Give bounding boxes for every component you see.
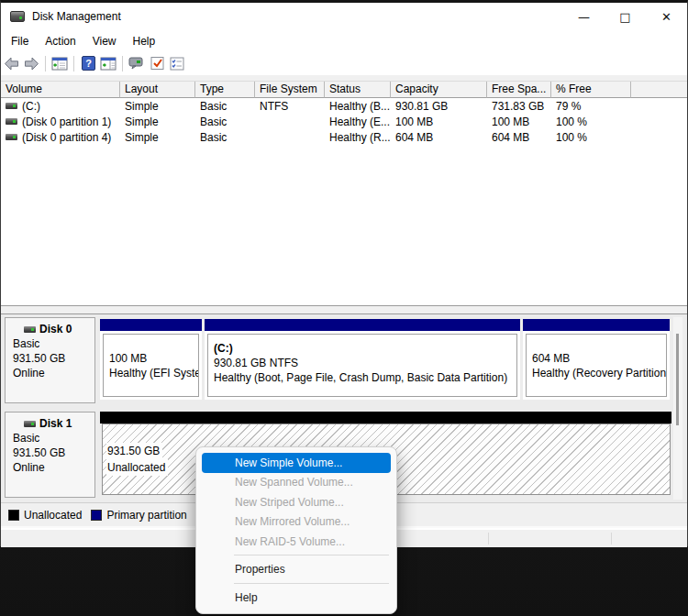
cell-type: Basic: [195, 116, 255, 128]
legend-item-unallocated: Unallocated: [8, 509, 82, 522]
menu-view[interactable]: View: [84, 33, 125, 50]
pane-splitter[interactable]: [1, 305, 687, 314]
volume-list-pane: Volume Layout Type File System Status Ca…: [1, 82, 687, 305]
cell-capacity: 604 MB: [391, 131, 487, 144]
toolbar-separator: [45, 56, 46, 72]
column-header-free-space[interactable]: Free Spa...: [487, 82, 551, 98]
cell-type: Basic: [195, 131, 255, 144]
partition-size: 100 MB: [109, 351, 198, 366]
legend-item-primary-partition: Primary partition: [91, 509, 186, 522]
toolbar-separator: [122, 56, 123, 72]
table-row[interactable]: (Disk 0 partition 4) Simple Basic Health…: [1, 129, 687, 145]
column-header-pct-free[interactable]: % Free: [551, 82, 631, 98]
cell-volume: (Disk 0 partition 4): [22, 131, 111, 144]
column-header-capacity[interactable]: Capacity: [391, 82, 487, 98]
partition-status: Healthy (Boot, Page File, Crash Dump, Ba…: [214, 370, 516, 385]
partition-status: Healthy (EFI System: [109, 366, 198, 380]
disk-state: Online: [13, 366, 94, 380]
menu-separator: [234, 555, 389, 556]
legend-label: Primary partition: [106, 509, 186, 522]
window-controls: — □ ✕: [563, 3, 687, 30]
primary-partition-band: [523, 319, 670, 331]
cell-capacity: 100 MB: [391, 116, 487, 128]
partition-size: 604 MB: [532, 351, 666, 366]
show-action-pane-icon[interactable]: [99, 55, 117, 72]
menu-item-new-raid5-volume: New RAID-5 Volume...: [202, 532, 391, 552]
partition-letter: (C:): [214, 341, 516, 356]
menu-item-help[interactable]: Help: [202, 587, 391, 609]
cell-layout: Simple: [120, 131, 195, 144]
show-console-tree-icon[interactable]: [50, 55, 69, 72]
task-list-icon[interactable]: [168, 55, 186, 72]
volume-icon: [6, 118, 17, 125]
column-header-file-system[interactable]: File System: [255, 82, 325, 98]
context-menu: New Simple Volume... New Spanned Volume.…: [195, 446, 397, 614]
toolbar: ?: [1, 51, 687, 75]
cell-free-space: 100 MB: [487, 116, 551, 128]
cell-capacity: 930.81 GB: [391, 100, 487, 113]
title-bar: Disk Management — □ ✕: [1, 3, 687, 30]
back-icon[interactable]: [2, 55, 20, 72]
menu-bar: File Action View Help: [1, 30, 687, 51]
menu-action[interactable]: Action: [37, 33, 83, 50]
maximize-button[interactable]: □: [605, 3, 646, 30]
table-row[interactable]: (C:) Simple Basic NTFS Healthy (B... 930…: [1, 98, 687, 114]
column-header-layout[interactable]: Layout: [120, 82, 195, 98]
volume-icon: [6, 103, 17, 109]
volume-table-header: Volume Layout Type File System Status Ca…: [1, 82, 687, 98]
partition-size: 930.81 GB NTFS: [214, 356, 516, 370]
unallocated-label: Unallocated: [106, 459, 168, 476]
table-row[interactable]: (Disk 0 partition 1) Simple Basic Health…: [1, 114, 687, 129]
disk-kind: Basic: [13, 431, 94, 446]
menu-item-new-mirrored-volume: New Mirrored Volume...: [202, 512, 391, 533]
unallocated-band: [100, 412, 671, 424]
cell-status: Healthy (R...: [325, 131, 391, 144]
menu-file[interactable]: File: [3, 33, 37, 50]
legend-label: Unallocated: [24, 509, 82, 522]
help-icon[interactable]: ?: [79, 55, 97, 72]
vertical-scrollbar[interactable]: [673, 317, 682, 500]
disk-app-icon: [10, 11, 25, 22]
column-header-blank: [631, 82, 687, 98]
status-divider: [611, 533, 612, 544]
disk0-partition-recovery[interactable]: 604 MB Healthy (Recovery Partition): [523, 319, 670, 400]
forward-icon[interactable]: [22, 55, 40, 72]
close-button[interactable]: ✕: [646, 3, 687, 30]
column-header-volume[interactable]: Volume: [1, 82, 120, 98]
column-header-type[interactable]: Type: [195, 82, 255, 98]
disk-icon: [24, 326, 36, 333]
cell-status: Healthy (B...: [325, 100, 391, 113]
scrollbar-thumb[interactable]: [676, 334, 679, 425]
primary-partition-swatch: [91, 510, 102, 521]
toolbar-separator: [73, 56, 74, 72]
primary-partition-band: [205, 319, 520, 331]
unallocated-swatch: [8, 510, 19, 521]
column-header-status[interactable]: Status: [325, 82, 391, 98]
disk-size: 931.50 GB: [13, 446, 94, 460]
cell-free-space: 731.83 GB: [487, 100, 551, 113]
unallocated-size: 931.50 GB: [106, 443, 162, 459]
disk0-partition-c[interactable]: (C:) 930.81 GB NTFS Healthy (Boot, Page …: [205, 319, 520, 400]
svg-text:?: ?: [85, 58, 92, 69]
validate-icon[interactable]: [148, 55, 166, 72]
disk0-label[interactable]: Disk 0 Basic 931.50 GB Online: [5, 317, 95, 403]
cell-file-system: NTFS: [255, 100, 325, 113]
cell-pct-free: 100 %: [551, 131, 631, 144]
cell-pct-free: 100 %: [551, 116, 631, 128]
menu-help[interactable]: Help: [125, 33, 164, 50]
menu-item-properties[interactable]: Properties: [202, 558, 391, 580]
menu-item-new-simple-volume[interactable]: New Simple Volume...: [202, 453, 391, 473]
partition-status: Healthy (Recovery Partition): [532, 366, 666, 380]
cell-layout: Simple: [120, 100, 195, 113]
cell-volume: (Disk 0 partition 1): [22, 116, 111, 128]
disk-size: 931.50 GB: [13, 351, 94, 366]
popup-window-icon[interactable]: [128, 55, 146, 72]
minimize-button[interactable]: —: [563, 3, 605, 30]
disk1-label[interactable]: Disk 1 Basic 931.50 GB Online: [5, 412, 95, 498]
cell-free-space: 604 MB: [487, 131, 551, 144]
disk-state: Online: [13, 460, 94, 475]
menu-item-new-spanned-volume: New Spanned Volume...: [202, 473, 391, 493]
cell-type: Basic: [195, 100, 255, 113]
disk0-partition-efi[interactable]: 100 MB Healthy (EFI System: [100, 319, 202, 400]
volume-icon: [6, 134, 17, 140]
